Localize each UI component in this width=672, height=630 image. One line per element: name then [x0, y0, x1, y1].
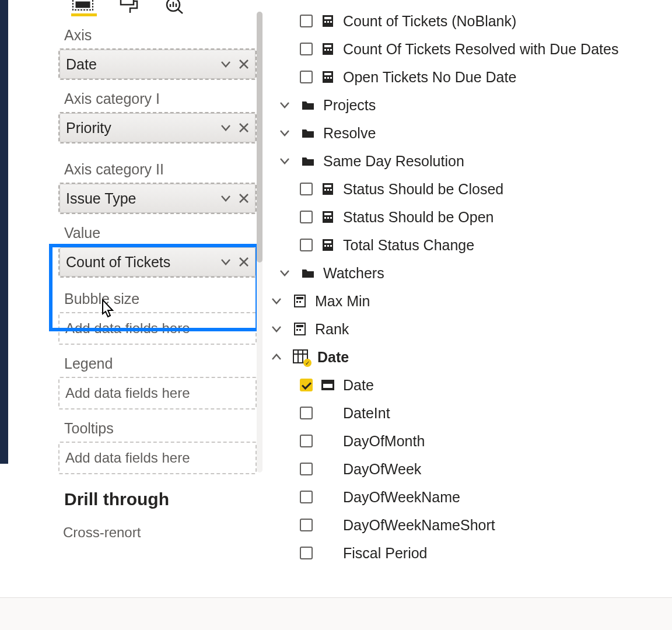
field-label: DayOfWeekName [343, 489, 460, 506]
measure-group-icon [293, 322, 307, 336]
field-status-closed[interactable]: Status Should be Closed [268, 175, 665, 203]
svg-rect-45 [323, 382, 332, 384]
well-axis-cat2[interactable]: Issue Type [58, 183, 257, 214]
field-dateint[interactable]: DateInt [268, 399, 665, 427]
field-count-resolved-due[interactable]: Count Of Tickets Resolved with Due Dates [268, 35, 665, 63]
checkbox[interactable] [300, 239, 313, 251]
checkbox[interactable] [300, 491, 313, 503]
svg-rect-10 [324, 45, 331, 47]
svg-rect-33 [330, 245, 332, 247]
field-dayofweek[interactable]: DayOfWeek [268, 455, 665, 483]
field-status-open[interactable]: Status Should be Open [268, 203, 665, 231]
field-label: Status Should be Open [343, 209, 494, 226]
field-label: Fiscal Period [343, 545, 428, 562]
well-legend-empty[interactable]: Add data fields here [58, 377, 257, 410]
checkbox[interactable] [300, 43, 313, 55]
field-dayofweeknameshort[interactable]: DayOfWeekNameShort [268, 511, 665, 539]
svg-rect-40 [296, 329, 298, 331]
close-icon[interactable] [239, 123, 249, 133]
scrollbar-thumb[interactable] [257, 12, 262, 262]
chevron-down-icon[interactable] [220, 256, 232, 268]
field-dayofmonth[interactable]: DayOfMonth [268, 427, 665, 455]
cross-report-label: Cross-renort [54, 514, 261, 541]
field-label: Total Status Change [343, 237, 474, 254]
field-label: Date [343, 377, 374, 394]
viz-pane-scrollbar[interactable] [257, 12, 262, 473]
svg-rect-1 [76, 2, 90, 8]
pill-count-of-tickets[interactable]: Count of Tickets [60, 247, 256, 276]
folder-watchers[interactable]: Watchers [268, 259, 665, 287]
chevron-down-icon[interactable] [220, 192, 232, 204]
measure-icon [321, 42, 335, 56]
field-total-status-change[interactable]: Total Status Change [268, 231, 665, 259]
pill-issue-type[interactable]: Issue Type [60, 184, 256, 213]
checkbox[interactable] [300, 547, 313, 559]
tab-fields[interactable] [71, 0, 97, 16]
close-icon[interactable] [239, 193, 249, 204]
well-value[interactable]: Count of Tickets [58, 246, 257, 278]
well-label-axis-cat2: Axis category II [54, 144, 261, 183]
checkbox[interactable] [300, 71, 313, 83]
table-label: Date [317, 349, 349, 366]
field-label: DayOfMonth [343, 433, 425, 450]
tab-analytics[interactable] [162, 0, 188, 14]
group-rank[interactable]: Rank [268, 315, 665, 343]
folder-label: Resolve [323, 125, 376, 142]
pill-label: Issue Type [66, 190, 215, 207]
field-label: DateInt [343, 405, 390, 422]
chevron-down-icon[interactable] [279, 127, 290, 139]
pill-label: Count of Tickets [66, 254, 215, 271]
close-icon[interactable] [239, 257, 249, 267]
folder-projects[interactable]: Projects [268, 91, 665, 119]
chevron-down-icon[interactable] [220, 58, 232, 70]
well-tooltips-empty[interactable]: Add data fields here [58, 442, 257, 474]
checkbox[interactable] [300, 519, 313, 531]
chevron-down-icon[interactable] [279, 267, 290, 279]
checkbox[interactable] [300, 407, 313, 419]
svg-rect-6 [324, 21, 326, 23]
measure-group-icon [293, 294, 307, 308]
checkbox[interactable] [300, 15, 313, 27]
svg-rect-8 [330, 21, 332, 23]
folder-label: Projects [323, 97, 376, 114]
folder-same-day[interactable]: Same Day Resolution [268, 147, 665, 175]
checkbox[interactable] [300, 463, 313, 475]
svg-rect-2 [121, 0, 134, 5]
pill-axis-date[interactable]: Date [60, 50, 256, 79]
well-axis[interactable]: Date [58, 48, 257, 80]
well-axis-cat1[interactable]: Priority [58, 112, 257, 144]
svg-rect-11 [324, 49, 326, 51]
checkbox[interactable] [300, 435, 313, 447]
checkbox[interactable] [300, 183, 313, 195]
pill-priority[interactable]: Priority [60, 113, 256, 142]
chevron-down-icon[interactable] [279, 99, 290, 111]
chevron-down-icon[interactable] [271, 323, 282, 335]
close-icon[interactable] [239, 59, 249, 69]
field-dayofweekname[interactable]: DayOfWeekName [268, 483, 665, 511]
well-label-tooltips: Tooltips [54, 410, 261, 442]
chevron-down-icon[interactable] [279, 155, 290, 167]
well-bubble-empty[interactable]: Add data fields here [58, 312, 257, 345]
svg-rect-17 [327, 77, 329, 79]
chevron-down-icon[interactable] [220, 122, 232, 134]
group-max-min[interactable]: Max Min [268, 287, 665, 315]
field-count-noblank[interactable]: Count of Tickets (NoBlank) [268, 7, 665, 35]
tab-format[interactable] [117, 0, 142, 14]
svg-rect-25 [324, 213, 331, 215]
table-date[interactable]: ✓ Date [268, 343, 665, 371]
chevron-down-icon[interactable] [271, 295, 282, 307]
checkbox[interactable] [300, 211, 313, 223]
field-open-no-due[interactable]: Open Tickets No Due Date [268, 63, 665, 91]
report-canvas-edge [8, 0, 54, 597]
checkbox-checked[interactable] [300, 379, 313, 391]
svg-rect-18 [330, 77, 332, 79]
svg-rect-13 [330, 49, 332, 51]
folder-resolve[interactable]: Resolve [268, 119, 665, 147]
folder-label: Same Day Resolution [323, 153, 464, 170]
pill-label: Priority [66, 120, 215, 136]
field-fiscal-period[interactable]: Fiscal Period [268, 539, 665, 567]
chevron-up-icon[interactable] [271, 351, 282, 363]
field-label: Status Should be Closed [343, 181, 503, 198]
viz-pane-tabs [54, 0, 261, 16]
field-date-date[interactable]: Date [268, 371, 665, 399]
